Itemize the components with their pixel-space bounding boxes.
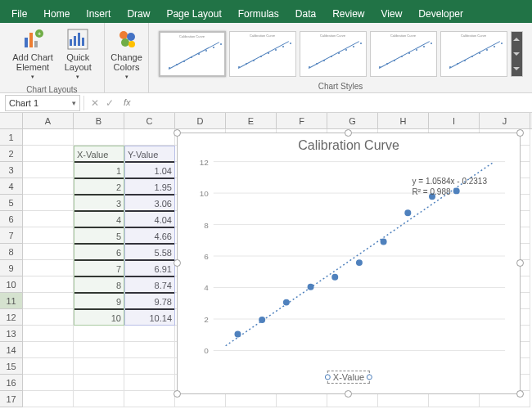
row-header[interactable]: 9 [0, 260, 23, 276]
cell[interactable] [23, 227, 74, 244]
cell[interactable] [74, 129, 124, 146]
row-header[interactable]: 5 [0, 195, 23, 211]
select-all-corner[interactable] [0, 113, 23, 128]
quick-layout-button[interactable]: Quick Layout ▾ [61, 26, 95, 83]
menu-tab-page-layout[interactable]: Page Layout [158, 6, 229, 22]
x-axis-label-editing[interactable]: X-Value [327, 371, 370, 384]
column-header[interactable]: F [277, 113, 327, 128]
cell[interactable] [124, 375, 175, 391]
chart-style-thumb[interactable]: Calibration Curve [300, 31, 367, 77]
column-header[interactable]: E [226, 113, 277, 128]
column-header[interactable]: C [124, 113, 175, 128]
menu-tab-data[interactable]: Data [287, 6, 324, 22]
cell[interactable] [74, 326, 124, 342]
cell[interactable] [23, 244, 74, 260]
cell[interactable]: 1.95 [124, 178, 175, 195]
cell[interactable]: 10.14 [124, 309, 175, 326]
row-header[interactable]: 6 [0, 211, 23, 227]
menu-tab-draw[interactable]: Draw [119, 6, 158, 22]
row-header[interactable]: 15 [0, 358, 23, 375]
menu-tab-home[interactable]: Home [35, 6, 78, 22]
cell[interactable] [124, 358, 175, 375]
cell[interactable]: 9 [74, 293, 124, 309]
cell[interactable] [124, 342, 175, 358]
cell[interactable] [23, 260, 74, 276]
row-header[interactable]: 17 [0, 391, 23, 407]
formula-input[interactable] [138, 98, 532, 108]
cell[interactable] [124, 129, 175, 146]
row-header[interactable]: 4 [0, 178, 23, 195]
cell[interactable] [23, 211, 74, 227]
cell[interactable]: 3 [74, 195, 124, 211]
cell[interactable] [74, 342, 124, 358]
cell[interactable] [124, 326, 175, 342]
menu-tab-insert[interactable]: Insert [78, 6, 119, 22]
row-header[interactable]: 12 [0, 309, 23, 326]
row-header[interactable]: 16 [0, 375, 23, 391]
row-header[interactable]: 14 [0, 342, 23, 358]
chart-style-thumb[interactable]: Calibration Curve [440, 31, 507, 77]
cell[interactable] [23, 129, 74, 146]
menu-tab-developer[interactable]: Developer [410, 6, 471, 22]
column-header[interactable]: I [429, 113, 480, 128]
cell[interactable] [124, 391, 175, 407]
cell[interactable]: 4.66 [124, 227, 175, 244]
row-header[interactable]: 7 [0, 227, 23, 244]
row-header[interactable]: 11 [0, 293, 23, 309]
change-colors-button[interactable]: Change Colors ▾ [107, 26, 146, 83]
cell[interactable] [74, 391, 124, 407]
cell[interactable]: 6.91 [124, 260, 175, 276]
cell[interactable]: 9.78 [124, 293, 175, 309]
row-header[interactable]: 3 [0, 162, 23, 178]
cell[interactable]: 5 [74, 227, 124, 244]
cell[interactable] [74, 375, 124, 391]
cell[interactable]: 2 [74, 178, 124, 195]
cell[interactable]: Y-Value [124, 146, 175, 162]
column-header[interactable]: B [74, 113, 124, 128]
cell[interactable] [23, 342, 74, 358]
chart-style-thumb[interactable]: Calibration Curve [159, 31, 226, 77]
row-header[interactable]: 8 [0, 244, 23, 260]
row-header[interactable]: 13 [0, 326, 23, 342]
fx-icon[interactable]: fx [120, 97, 131, 109]
row-header[interactable]: 10 [0, 276, 23, 293]
cell[interactable]: 1.04 [124, 162, 175, 178]
embedded-chart[interactable]: Calibration Curve 024681012 y = 1.0584x … [177, 133, 521, 394]
cell[interactable] [23, 276, 74, 293]
cell[interactable]: 6 [74, 244, 124, 260]
column-header[interactable]: H [378, 113, 429, 128]
cell[interactable]: 4 [74, 211, 124, 227]
cell[interactable] [23, 358, 74, 375]
cell[interactable] [23, 178, 74, 195]
menu-tab-file[interactable]: File [3, 6, 35, 22]
column-header[interactable]: J [480, 113, 530, 128]
cell[interactable] [23, 391, 74, 407]
menu-tab-view[interactable]: View [373, 6, 411, 22]
menu-tab-formulas[interactable]: Formulas [230, 6, 287, 22]
cell[interactable]: 3.06 [124, 195, 175, 211]
chart-style-thumb[interactable]: Calibration Curve [370, 31, 437, 77]
chart-style-thumb[interactable]: Calibration Curve [229, 31, 296, 77]
menu-tab-review[interactable]: Review [324, 6, 372, 22]
cell[interactable]: 1 [74, 162, 124, 178]
cell[interactable] [23, 375, 74, 391]
cell[interactable] [23, 293, 74, 309]
name-box[interactable]: Chart 1▾ [5, 95, 80, 111]
row-header[interactable]: 1 [0, 129, 23, 146]
cell[interactable] [74, 358, 124, 375]
add-chart-element-button[interactable]: + Add Chart Element ▾ [9, 26, 56, 83]
column-header[interactable]: D [175, 113, 226, 128]
cell[interactable]: 7 [74, 260, 124, 276]
cell[interactable]: 5.58 [124, 244, 175, 260]
cell[interactable] [23, 162, 74, 178]
cell[interactable]: X-Value [74, 146, 124, 162]
cell[interactable]: 4.04 [124, 211, 175, 227]
column-header[interactable]: G [327, 113, 378, 128]
gallery-scroll-button[interactable] [511, 31, 523, 77]
cell[interactable] [23, 195, 74, 211]
cell[interactable]: 10 [74, 309, 124, 326]
cell[interactable]: 8.74 [124, 276, 175, 293]
cell[interactable]: 8 [74, 276, 124, 293]
cell[interactable] [23, 146, 74, 162]
chart-title[interactable]: Calibration Curve [178, 133, 520, 156]
